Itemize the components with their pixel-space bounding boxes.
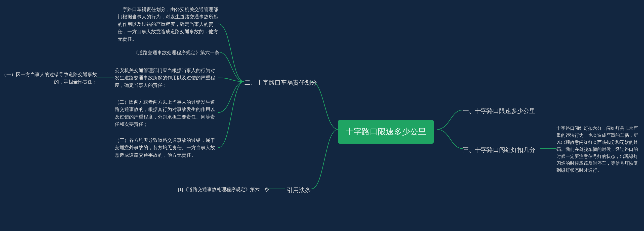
branch-2-leaf-c: 公安机关交通管理部门应当根据当事人的行为对发生道路交通事故所起的作用以及过错的严… — [115, 67, 218, 89]
root-node[interactable]: 十字路口限速多少公里 — [338, 120, 434, 144]
branch-2-leaf-b: 《道路交通事故处理程序规定》第六十条 — [126, 49, 219, 56]
branch-1[interactable]: 一、十字路口限速多少公里 — [463, 106, 535, 116]
branch-4-leaf: [1]《道路交通事故处理程序规定》第六十条 — [169, 186, 269, 193]
branch-2-leaf-d: （二）因两方或者两方以上当事人的过错发生道路交通事故的，根据其行为对事故发生的作… — [115, 98, 218, 128]
branch-2-leaf-a: 十字路口车祸责任划分，由公安机关交通管理部门根据当事人的行为，对发生道路交通事故… — [118, 6, 218, 43]
branch-3-leaf: 十字路口闯红灯扣六分，闯红灯是非常严重的违法行为，也会造成严重的车祸，所以出现故… — [556, 125, 639, 174]
branch-3[interactable]: 三、十字路口闯红灯扣几分 — [463, 145, 535, 154]
connectors — [0, 0, 644, 231]
branch-2-leaf-c-sub: （一）因一方当事人的过错导致道路交通事故的，承担全部责任； — [0, 71, 97, 86]
mindmap-stage: 十字路口限速多少公里 一、十字路口限速多少公里 三、十字路口闯红灯扣几分 十字路… — [0, 0, 644, 231]
branch-4-citation[interactable]: 引用法条 — [287, 185, 311, 195]
branch-2[interactable]: 二、十字路口车祸责任划分 — [245, 78, 317, 87]
branch-2-leaf-e: （三）各方均无导致道路交通事故的过错，属于交通意外事故的，各方均无责任。一方当事… — [115, 137, 218, 159]
